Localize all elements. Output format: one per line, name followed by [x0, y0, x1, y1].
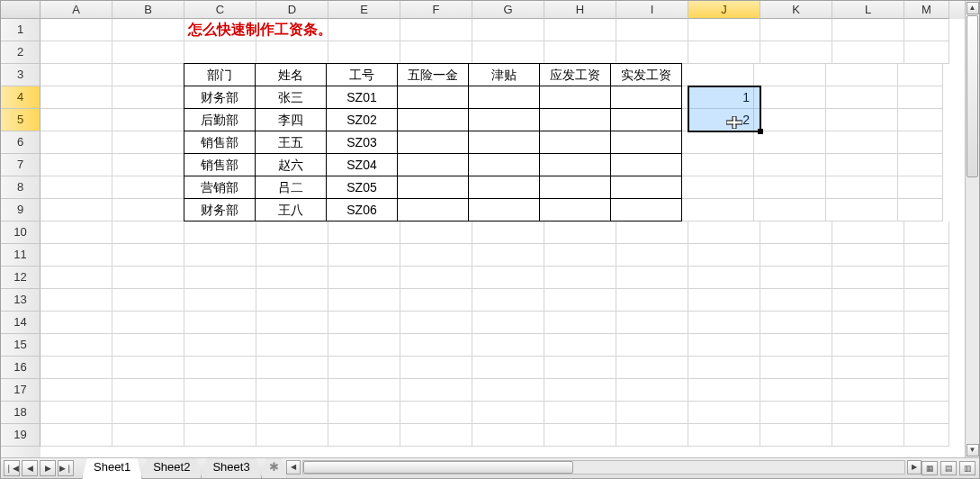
cell-J9[interactable] — [682, 199, 754, 221]
select-all-corner[interactable] — [1, 1, 40, 19]
cell-A7[interactable] — [40, 154, 112, 176]
cell-E8[interactable]: SZ05 — [326, 176, 398, 199]
cell-H1[interactable] — [544, 19, 616, 41]
cell-F14[interactable] — [400, 312, 472, 334]
cell-C2[interactable] — [184, 41, 256, 64]
cell-A2[interactable] — [40, 41, 112, 64]
cell-I19[interactable] — [616, 424, 688, 447]
cell-D13[interactable] — [256, 289, 328, 312]
horizontal-scrollbar[interactable]: ◀ ▶ — [286, 458, 922, 478]
cell-K6[interactable] — [754, 131, 826, 154]
row-header-12[interactable]: 12 — [1, 267, 40, 289]
cell-L16[interactable] — [832, 357, 904, 379]
col-header-G[interactable]: G — [472, 1, 544, 19]
cell-C14[interactable] — [184, 312, 256, 334]
cell-B10[interactable] — [112, 221, 184, 244]
cell-H6[interactable] — [539, 131, 611, 154]
cell-M9[interactable] — [898, 199, 943, 221]
cell-G8[interactable] — [468, 176, 540, 199]
cell-F1[interactable] — [400, 19, 472, 41]
cell-F19[interactable] — [400, 424, 472, 447]
cell-C18[interactable] — [184, 402, 256, 424]
sheet-tab-sheet1[interactable]: Sheet1 — [82, 458, 142, 479]
cell-H13[interactable] — [544, 289, 616, 312]
view-page-icon[interactable]: ▤ — [940, 461, 957, 475]
cell-G10[interactable] — [472, 221, 544, 244]
cell-H3[interactable]: 应发工资 — [539, 63, 611, 86]
cell-M2[interactable] — [904, 41, 949, 64]
view-normal-icon[interactable]: ▦ — [922, 461, 938, 475]
cell-E19[interactable] — [328, 424, 400, 447]
scroll-down-button[interactable]: ▼ — [967, 444, 979, 456]
cell-F15[interactable] — [400, 334, 472, 357]
cell-D16[interactable] — [256, 357, 328, 379]
cell-J1[interactable] — [688, 19, 760, 41]
cell-F5[interactable] — [397, 108, 469, 131]
col-header-D[interactable]: D — [256, 1, 328, 19]
cell-M7[interactable] — [898, 154, 943, 176]
row-header-15[interactable]: 15 — [1, 334, 40, 357]
cell-E15[interactable] — [328, 334, 400, 357]
cell-C9[interactable]: 财务部 — [184, 198, 256, 221]
cell-G15[interactable] — [472, 334, 544, 357]
cell-H16[interactable] — [544, 357, 616, 379]
cell-D6[interactable]: 王五 — [255, 131, 327, 154]
cell-I1[interactable] — [616, 19, 688, 41]
cell-J18[interactable] — [688, 402, 760, 424]
cell-I13[interactable] — [616, 289, 688, 312]
cell-C12[interactable] — [184, 267, 256, 289]
cell-E16[interactable] — [328, 357, 400, 379]
cell-H8[interactable] — [539, 176, 611, 199]
cell-I15[interactable] — [616, 334, 688, 357]
cell-C5[interactable]: 后勤部 — [184, 108, 256, 131]
cell-I18[interactable] — [616, 402, 688, 424]
cell-D9[interactable]: 王八 — [255, 198, 327, 221]
cell-G12[interactable] — [472, 267, 544, 289]
cell-L10[interactable] — [832, 221, 904, 244]
cell-D5[interactable]: 李四 — [255, 108, 327, 131]
cell-F2[interactable] — [400, 41, 472, 64]
row-header-16[interactable]: 16 — [1, 357, 40, 379]
cell-E9[interactable]: SZ06 — [326, 198, 398, 221]
cell-D4[interactable]: 张三 — [255, 86, 327, 109]
cell-J7[interactable] — [682, 154, 754, 176]
row-header-4[interactable]: 4 — [1, 86, 40, 109]
cell-K5[interactable] — [754, 109, 826, 131]
cell-M6[interactable] — [898, 131, 943, 154]
scroll-left-button[interactable]: ◀ — [286, 460, 301, 474]
cell-M4[interactable] — [898, 86, 943, 109]
cell-D12[interactable] — [256, 267, 328, 289]
cell-M17[interactable] — [904, 379, 949, 402]
cell-B18[interactable] — [112, 402, 184, 424]
row-header-6[interactable]: 6 — [1, 131, 40, 154]
cell-B6[interactable] — [112, 131, 184, 154]
row-header-2[interactable]: 2 — [1, 41, 40, 64]
scroll-up-button[interactable]: ▲ — [967, 2, 979, 14]
cell-M11[interactable] — [904, 244, 949, 267]
cell-E7[interactable]: SZ04 — [326, 153, 398, 176]
cell-K7[interactable] — [754, 154, 826, 176]
cell-B2[interactable] — [112, 41, 184, 64]
cell-I10[interactable] — [616, 221, 688, 244]
cell-F12[interactable] — [400, 267, 472, 289]
sheet-tab-sheet3[interactable]: Sheet3 — [201, 458, 261, 479]
cell-A6[interactable] — [40, 131, 112, 154]
row-header-10[interactable]: 10 — [1, 221, 40, 244]
cell-A10[interactable] — [40, 221, 112, 244]
cell-I3[interactable]: 实发工资 — [610, 63, 682, 86]
row-header-11[interactable]: 11 — [1, 244, 40, 267]
cell-K4[interactable] — [754, 86, 826, 109]
col-header-C[interactable]: C — [184, 1, 256, 19]
cell-B4[interactable] — [112, 86, 184, 109]
cell-F18[interactable] — [400, 402, 472, 424]
cell-B15[interactable] — [112, 334, 184, 357]
cell-F16[interactable] — [400, 357, 472, 379]
cell-J6[interactable] — [682, 131, 754, 154]
cell-I8[interactable] — [610, 176, 682, 199]
cell-L4[interactable] — [826, 86, 898, 109]
cell-F13[interactable] — [400, 289, 472, 312]
cell-F6[interactable] — [397, 131, 469, 154]
cell-E1[interactable] — [328, 19, 400, 41]
cell-B8[interactable] — [112, 176, 184, 199]
sheet-nav-first[interactable]: ❘◀ — [4, 460, 20, 476]
